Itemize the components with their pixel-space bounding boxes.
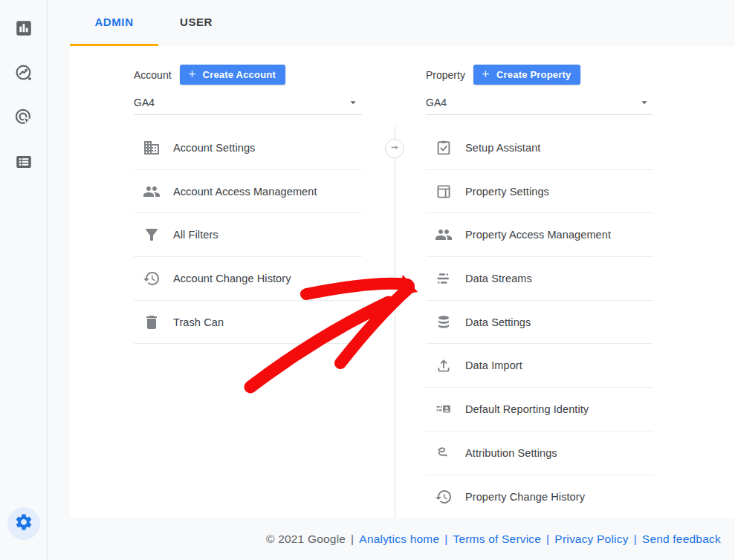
account-item-trash-can[interactable]: Trash Can [134, 301, 362, 345]
data-streams-icon [435, 270, 453, 287]
menu-item-label: Data Settings [465, 316, 531, 328]
nav-rail-item-3[interactable] [14, 109, 33, 128]
admin-panel: Account Create Account GA4 Account Setti… [70, 46, 735, 518]
account-column-label: Account [134, 69, 172, 81]
footer-link-send-feedback[interactable]: Send feedback [642, 533, 721, 545]
upload-icon [435, 356, 453, 374]
attribution-icon [435, 444, 453, 462]
window-icon [435, 183, 453, 201]
history-icon [435, 488, 453, 506]
account-menu: Account SettingsAccount Access Managemen… [134, 126, 362, 344]
reports-icon [14, 63, 33, 85]
plus-icon [480, 68, 491, 82]
building-icon [143, 139, 161, 157]
explore-icon [14, 108, 33, 130]
nav-rail-item-1[interactable] [14, 20, 33, 39]
tab-admin[interactable]: ADMIN [70, 0, 158, 44]
history-icon [143, 270, 161, 287]
create-property-button-label: Create Property [496, 69, 572, 80]
footer-link-terms-of-service[interactable]: Terms of Service [453, 533, 541, 545]
create-property-button[interactable]: Create Property [473, 65, 581, 85]
create-account-button[interactable]: Create Account [180, 65, 285, 85]
copyright-text: © 2021 Google [266, 533, 346, 546]
admin-nav-button[interactable] [7, 507, 40, 540]
property-selector-value: GA4 [426, 97, 447, 108]
chevron-down-icon [349, 98, 357, 107]
account-item-account-access-management[interactable]: Account Access Management [134, 170, 362, 214]
left-nav-rail [0, 0, 48, 560]
identity-icon [435, 400, 453, 418]
menu-item-label: Property Change History [465, 491, 585, 503]
menu-item-label: Attribution Settings [465, 447, 557, 459]
property-selector[interactable]: GA4 [426, 91, 653, 115]
admin-user-tabs: ADMIN USER [70, 0, 234, 46]
property-item-property-access-management[interactable]: Property Access Management [426, 213, 653, 257]
gear-icon [14, 512, 33, 535]
property-item-property-change-history[interactable]: Property Change History [426, 475, 653, 518]
filter-icon [143, 226, 161, 244]
menu-item-label: Trash Can [173, 316, 224, 328]
assignment-check-icon [435, 139, 453, 157]
database-icon [435, 313, 453, 331]
column-divider-arrow-button[interactable] [385, 139, 404, 158]
account-item-all-filters[interactable]: All Filters [134, 213, 362, 257]
property-column-label: Property [426, 69, 465, 81]
menu-item-label: Account Access Management [173, 186, 317, 198]
property-menu: Setup AssistantProperty SettingsProperty… [426, 126, 653, 518]
property-item-attribution-settings[interactable]: Attribution Settings [426, 432, 653, 475]
property-item-data-import[interactable]: Data Import [426, 344, 653, 388]
reports-snapshot-icon [14, 19, 33, 41]
menu-item-label: Setup Assistant [465, 142, 540, 154]
footer-separator: | [546, 533, 549, 545]
property-item-data-streams[interactable]: Data Streams [426, 257, 653, 301]
footer-separator: | [444, 533, 447, 545]
account-selector[interactable]: GA4 [134, 91, 362, 115]
property-item-property-settings[interactable]: Property Settings [426, 170, 653, 214]
menu-item-label: Data Import [465, 359, 522, 371]
menu-item-label: All Filters [173, 229, 218, 241]
account-item-account-change-history[interactable]: Account Change History [134, 257, 362, 301]
list-icon [14, 152, 33, 175]
menu-item-label: Data Streams [465, 273, 532, 284]
footer-links: |Analytics home|Terms of Service|Privacy… [346, 533, 721, 546]
arrow-right-icon [389, 142, 401, 156]
account-selector-value: GA4 [134, 97, 155, 108]
footer: © 2021 Google |Analytics home|Terms of S… [48, 518, 735, 560]
create-account-button-label: Create Account [203, 69, 276, 80]
menu-item-label: Property Access Management [465, 229, 611, 241]
tab-user[interactable]: USER [158, 0, 234, 44]
menu-item-label: Account Settings [173, 142, 255, 154]
footer-separator: | [634, 533, 637, 545]
nav-icon-group [0, 0, 47, 173]
plus-icon [187, 68, 198, 82]
menu-item-label: Default Reporting Identity [465, 403, 589, 415]
footer-link-privacy-policy[interactable]: Privacy Policy [554, 533, 628, 545]
account-item-account-settings[interactable]: Account Settings [134, 126, 362, 170]
people-icon [435, 226, 453, 244]
menu-item-label: Property Settings [465, 186, 549, 198]
property-item-setup-assistant[interactable]: Setup Assistant [426, 126, 653, 170]
property-item-default-reporting-identity[interactable]: Default Reporting Identity [426, 388, 653, 432]
people-icon [143, 183, 161, 201]
nav-rail-item-4[interactable] [14, 154, 33, 173]
footer-link-analytics-home[interactable]: Analytics home [359, 533, 439, 545]
menu-item-label: Account Change History [173, 273, 291, 284]
nav-rail-item-2[interactable] [14, 65, 33, 84]
footer-separator: | [351, 533, 354, 545]
column-divider [395, 126, 395, 518]
property-item-data-settings[interactable]: Data Settings [426, 301, 653, 345]
chevron-down-icon [640, 98, 649, 107]
trash-icon [143, 313, 161, 331]
